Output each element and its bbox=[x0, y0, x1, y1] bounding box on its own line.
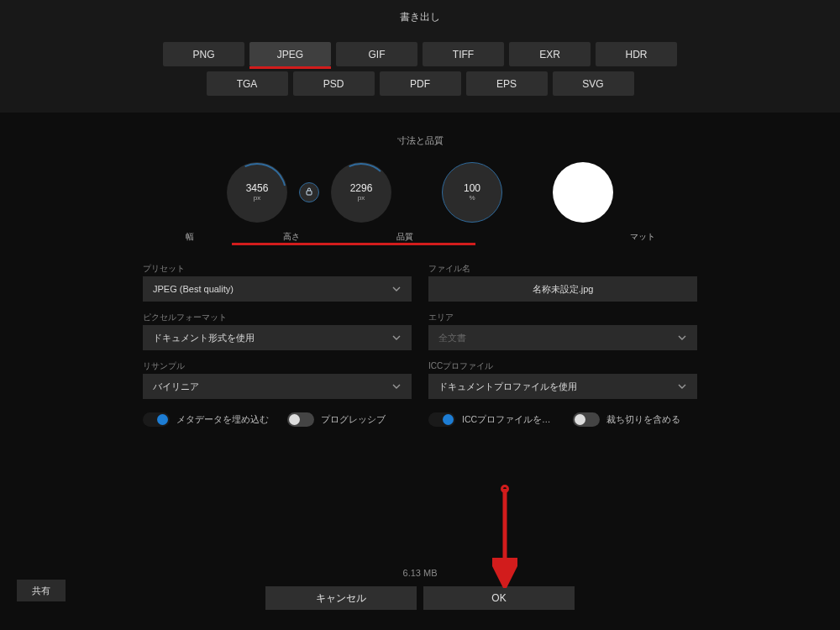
svg-point-2 bbox=[331, 162, 391, 223]
svg-rect-1 bbox=[307, 191, 312, 195]
format-tab-png[interactable]: PNG bbox=[163, 42, 244, 66]
matte-swatch[interactable] bbox=[553, 162, 613, 223]
chevron-down-icon bbox=[391, 333, 402, 343]
dials-container: 3456 px 2296 px 100 % bbox=[0, 162, 840, 223]
chevron-down-icon bbox=[677, 333, 687, 343]
width-label: 幅 bbox=[143, 231, 236, 243]
chevron-down-icon bbox=[391, 284, 402, 294]
quality-label: 品質 bbox=[347, 231, 462, 243]
include-bleed-label: 裁ち切りを含める bbox=[606, 414, 680, 426]
aspect-lock-button[interactable] bbox=[299, 182, 319, 202]
format-tab-tga[interactable]: TGA bbox=[207, 71, 288, 96]
embed-metadata-label: メタデータを埋め込む bbox=[176, 414, 269, 426]
preset-select[interactable]: JPEG (Best quality) bbox=[143, 276, 412, 302]
svg-point-0 bbox=[227, 162, 287, 223]
annotation-underline bbox=[249, 66, 331, 69]
preset-value: JPEG (Best quality) bbox=[153, 284, 234, 294]
share-button[interactable]: 共有 bbox=[17, 580, 66, 601]
format-tab-exr[interactable]: EXR bbox=[509, 42, 591, 66]
icc-profile-value: ドキュメントプロファイルを使用 bbox=[438, 381, 577, 393]
format-tab-psd[interactable]: PSD bbox=[293, 71, 375, 96]
area-label: エリア bbox=[428, 312, 697, 323]
embed-metadata-toggle[interactable] bbox=[143, 412, 170, 427]
pixel-format-label: ピクセルフォーマット bbox=[143, 312, 412, 323]
resample-select[interactable]: バイリニア bbox=[143, 374, 412, 399]
chevron-down-icon bbox=[391, 381, 402, 391]
resample-label: リサンプル bbox=[143, 360, 412, 372]
cancel-button[interactable]: キャンセル bbox=[265, 586, 417, 610]
annotation-underline bbox=[232, 243, 475, 245]
embed-icc-toggle[interactable] bbox=[428, 412, 455, 427]
include-bleed-toggle[interactable] bbox=[573, 412, 600, 427]
area-value: 全文書 bbox=[438, 332, 466, 344]
ok-button[interactable]: OK bbox=[423, 586, 575, 610]
icc-profile-label: ICCプロファイル bbox=[428, 360, 697, 372]
pixel-format-select[interactable]: ドキュメント形式を使用 bbox=[143, 325, 412, 350]
filesize-label: 6.13 MB bbox=[403, 568, 438, 578]
format-tab-svg[interactable]: SVG bbox=[553, 71, 634, 96]
lock-icon bbox=[306, 187, 312, 197]
pixel-format-value: ドキュメント形式を使用 bbox=[153, 332, 255, 344]
preset-label: プリセット bbox=[143, 263, 412, 275]
format-panel: PNGJPEGGIFTIFFEXRHDR TGAPSDPDFEPSSVG bbox=[0, 34, 840, 113]
format-tab-pdf[interactable]: PDF bbox=[380, 71, 461, 96]
format-tab-gif[interactable]: GIF bbox=[336, 42, 417, 66]
filename-label: ファイル名 bbox=[428, 263, 697, 275]
embed-icc-label: ICCプロファイルを埋… bbox=[462, 414, 554, 426]
resample-value: バイリニア bbox=[153, 381, 199, 393]
height-dial[interactable]: 2296 px bbox=[331, 162, 391, 223]
filename-value: 名称未設定.jpg bbox=[533, 283, 594, 296]
width-dial[interactable]: 3456 px bbox=[227, 162, 287, 223]
progressive-toggle[interactable] bbox=[287, 412, 314, 427]
format-tab-jpeg[interactable]: JPEG bbox=[249, 42, 331, 66]
height-label: 高さ bbox=[236, 231, 347, 243]
area-select: 全文書 bbox=[428, 325, 697, 350]
icc-profile-select[interactable]: ドキュメントプロファイルを使用 bbox=[428, 374, 697, 399]
section-dimensions-label: 寸法と品質 bbox=[0, 134, 840, 147]
dialog-title: 書き出し bbox=[0, 0, 840, 34]
format-tab-hdr[interactable]: HDR bbox=[596, 42, 677, 66]
svg-point-4 bbox=[502, 486, 508, 492]
quality-unit: % bbox=[469, 194, 475, 202]
format-tab-tiff[interactable]: TIFF bbox=[423, 42, 504, 66]
footer: 6.13 MB キャンセル OK bbox=[0, 556, 840, 630]
quality-dial[interactable]: 100 % bbox=[442, 162, 502, 223]
filename-field[interactable]: 名称未設定.jpg bbox=[428, 276, 697, 302]
quality-value: 100 bbox=[464, 183, 480, 195]
format-tab-eps[interactable]: EPS bbox=[466, 71, 548, 96]
matte-label: マット bbox=[588, 231, 697, 243]
chevron-down-icon bbox=[677, 381, 687, 391]
progressive-label: プログレッシブ bbox=[321, 414, 386, 426]
